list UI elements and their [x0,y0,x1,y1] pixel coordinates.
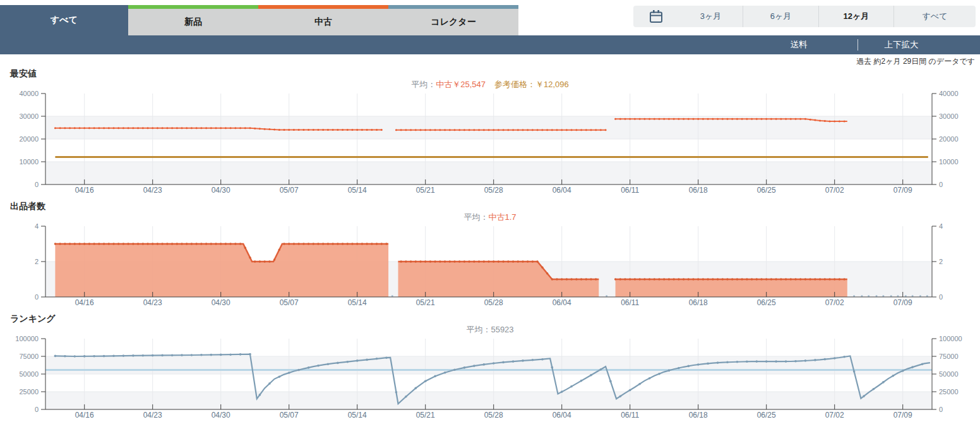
svg-text:75000: 75000 [939,353,959,360]
shipping-toggle[interactable]: 送料 [740,39,858,51]
svg-text:0: 0 [35,181,39,188]
svg-text:0: 0 [35,293,39,301]
avg-rank-value: 55923 [491,325,513,334]
svg-text:04/16: 04/16 [75,298,94,307]
svg-text:04/23: 04/23 [143,186,162,195]
svg-text:30000: 30000 [19,112,39,120]
avg-prefix: 平均： [466,325,491,334]
svg-text:06/11: 06/11 [621,411,639,420]
svg-text:06/25: 06/25 [757,411,776,420]
vertical-expand-toggle[interactable]: 上下拡大 [858,39,945,51]
svg-text:4: 4 [35,222,39,230]
svg-text:05/07: 05/07 [280,186,299,195]
ranking-average: 平均：55923 [0,324,980,337]
svg-text:75000: 75000 [19,353,39,360]
svg-text:06/11: 06/11 [621,186,639,195]
lowest-price-average: 平均：中古￥25,547参考価格：￥12,096 [0,79,980,92]
svg-text:07/09: 07/09 [893,411,912,420]
svg-text:06/18: 06/18 [689,298,708,307]
period-12m-button[interactable]: 12ヶ月 [818,6,893,27]
svg-text:25000: 25000 [939,388,959,396]
svg-text:10000: 10000 [939,158,959,166]
svg-text:04/30: 04/30 [212,186,230,195]
svg-text:04/23: 04/23 [143,411,162,420]
avg-used-price: 中古￥25,547 [436,80,486,89]
svg-text:30000: 30000 [939,112,959,120]
svg-text:0: 0 [35,406,39,413]
period-all-button[interactable]: すべて [893,6,976,27]
svg-text:06/04: 06/04 [553,298,571,307]
svg-text:05/21: 05/21 [416,411,435,420]
svg-text:100000: 100000 [939,335,962,342]
tab-used-label: 中古 [314,16,332,28]
avg-prefix: 平均： [463,212,488,222]
svg-text:06/11: 06/11 [621,298,639,307]
svg-text:50000: 50000 [939,370,959,378]
svg-text:05/28: 05/28 [484,186,503,195]
svg-text:0: 0 [939,293,943,301]
svg-text:05/14: 05/14 [348,298,367,307]
tab-all-label: すべて [51,15,78,26]
sellers-section: 出品者数 平均：中古1.7 00224404/1604/2304/3005/07… [0,200,980,309]
condition-tabs: すべて 新品 中古 コレクター [0,5,518,54]
svg-text:04/16: 04/16 [75,186,94,195]
section-title-ranking: ランキング [10,313,56,325]
section-title-lowest-price: 最安値 [10,68,37,80]
svg-text:07/02: 07/02 [825,411,844,420]
svg-text:04/23: 04/23 [143,298,162,307]
svg-text:06/18: 06/18 [689,411,708,420]
tab-all[interactable]: すべて [0,5,128,54]
svg-text:06/04: 06/04 [553,186,571,195]
tab-collector[interactable]: コレクター [388,5,518,35]
svg-text:20000: 20000 [939,135,959,143]
svg-text:04/30: 04/30 [212,411,230,420]
data-range-note: 過去 約2ヶ月 29日間 のデータです [0,54,980,66]
svg-text:05/21: 05/21 [416,186,435,195]
sellers-chart[interactable]: 00224404/1604/2304/3005/0705/1405/2105/2… [0,224,980,309]
header: 送料 上下拡大 すべて 新品 中古 コレクター 3ヶ月 6ヶ月 12ヶ月 すべ [0,0,980,54]
svg-text:05/07: 05/07 [280,298,299,307]
svg-text:2: 2 [939,258,943,265]
lowest-price-section: 最安値 平均：中古￥25,547参考価格：￥12,096 00100001000… [0,68,980,196]
tab-used[interactable]: 中古 [258,5,388,35]
svg-text:06/18: 06/18 [689,186,708,195]
period-6m-button[interactable]: 6ヶ月 [743,6,818,27]
svg-text:20000: 20000 [19,135,39,143]
svg-text:05/21: 05/21 [416,298,435,307]
ranking-chart[interactable]: 0025000250005000050000750007500010000010… [0,337,980,421]
calendar-button[interactable] [633,6,679,27]
svg-text:06/25: 06/25 [757,186,776,195]
svg-text:40000: 40000 [939,90,959,97]
svg-text:05/28: 05/28 [484,411,503,420]
svg-text:40000: 40000 [19,90,39,97]
svg-text:2: 2 [35,258,39,265]
tab-collector-label: コレクター [431,16,475,28]
avg-prefix: 平均： [411,80,436,89]
svg-text:05/07: 05/07 [280,411,299,420]
svg-text:0: 0 [939,406,943,413]
period-3m-button[interactable]: 3ヶ月 [679,6,743,27]
sellers-average: 平均：中古1.7 [0,212,980,224]
svg-text:07/09: 07/09 [893,298,912,307]
svg-text:04/30: 04/30 [212,298,230,307]
svg-text:07/02: 07/02 [825,186,844,195]
tab-new[interactable]: 新品 [128,5,258,35]
svg-text:10000: 10000 [19,158,39,166]
svg-text:05/14: 05/14 [348,186,367,195]
svg-text:06/25: 06/25 [757,298,776,307]
svg-text:05/28: 05/28 [484,298,503,307]
svg-text:06/04: 06/04 [553,411,571,420]
period-selector: 3ヶ月 6ヶ月 12ヶ月 すべて [633,6,976,27]
svg-text:0: 0 [939,181,943,188]
section-title-sellers: 出品者数 [10,201,45,212]
svg-text:4: 4 [939,222,943,230]
price-chart[interactable]: 0010000100002000020000300003000040000400… [0,92,980,196]
svg-text:05/14: 05/14 [348,411,367,420]
svg-text:07/09: 07/09 [893,186,912,195]
svg-text:50000: 50000 [19,370,39,378]
avg-reference-price: 参考価格：￥12,096 [494,80,569,89]
calendar-icon [648,9,664,23]
ranking-section: ランキング 平均：55923 0025000250005000050000750… [0,313,980,421]
svg-text:25000: 25000 [19,388,39,396]
tab-new-label: 新品 [184,16,202,28]
